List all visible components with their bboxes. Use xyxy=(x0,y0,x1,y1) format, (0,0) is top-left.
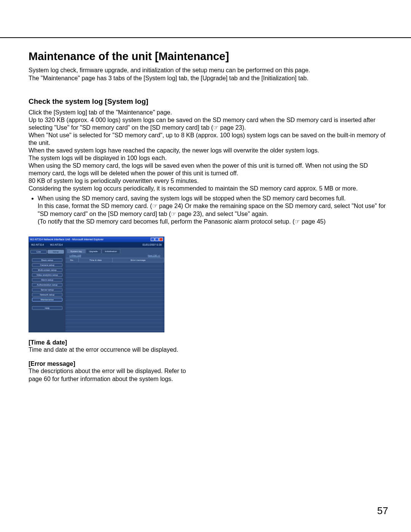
body-p1: Click the [System log] tab of the "Maint… xyxy=(29,109,388,116)
sidebar-item-multiscreen[interactable]: Multi-screen setup xyxy=(32,268,62,272)
table-row xyxy=(65,266,164,270)
top-tab-group: Live Setup xyxy=(30,250,64,254)
brand-left: WJ-NT314 WJ-NT314 xyxy=(31,243,63,246)
intro-line-1: System log check, firmware upgrade, and … xyxy=(29,67,388,74)
manual-page: Maintenance of the unit [Maintenance] Sy… xyxy=(0,0,411,532)
tab-setup[interactable]: Setup xyxy=(48,250,64,254)
body-p4: When the saved system logs have reached … xyxy=(29,147,388,154)
table-row xyxy=(65,308,164,312)
sidebar-item-camera[interactable]: Camera setup xyxy=(32,263,62,267)
sidebar-item-alarm[interactable]: Alarm setup xyxy=(32,278,62,282)
sidebar-item-server[interactable]: Server setup xyxy=(32,288,62,292)
brand-bar: WJ-NT314 WJ-NT314 01/01/2007 0:38 xyxy=(29,242,164,248)
sidebar-item-basic[interactable]: Basic setup xyxy=(32,258,62,262)
window-titlebar: WJ-NT314 Network Interface Unit - Micros… xyxy=(29,237,164,242)
sidebar-item-maintenance[interactable]: Maintenance xyxy=(32,298,62,302)
table-row xyxy=(65,297,164,300)
tab-initialization[interactable]: Initialization xyxy=(102,249,120,253)
col-err: Error message xyxy=(113,258,164,262)
window-buttons xyxy=(151,238,163,241)
pager-prev-link[interactable]: <<Prev 100 xyxy=(69,254,81,257)
minimize-icon[interactable] xyxy=(151,238,155,241)
table-row xyxy=(65,281,164,285)
brand-datetime: 01/01/2007 0:38 xyxy=(142,243,162,246)
body-text: Click the [System log] tab of the "Maint… xyxy=(29,109,388,192)
table-row xyxy=(65,278,164,281)
bullet-1-extra-a: In this case, format the SD memory card.… xyxy=(38,202,388,218)
table-header: No. Time & date Error message xyxy=(65,258,164,262)
page-title: Maintenance of the unit [Maintenance] xyxy=(29,50,388,63)
table-row xyxy=(65,300,164,304)
sidebar-item-help[interactable]: Help xyxy=(32,306,62,310)
intro-line-2: The "Maintenance" page has 3 tabs of the… xyxy=(29,75,388,82)
bullet-1: When using the SD memory card, saving th… xyxy=(38,195,388,202)
field-desc-error: The descriptions about the error will be… xyxy=(29,367,188,383)
tab-upgrade[interactable]: Upgrade xyxy=(86,249,101,253)
body-p7: 80 KB of system log is periodically over… xyxy=(29,177,388,185)
table-row xyxy=(65,304,164,308)
body-p5: The system logs will be displayed in 100… xyxy=(29,154,388,162)
brand-model: WJ-NT314 xyxy=(50,243,62,246)
table-row xyxy=(65,323,164,327)
page-number: 57 xyxy=(377,505,388,517)
table-row xyxy=(65,327,164,331)
pager: <<Prev 100 Next 100 >> xyxy=(65,253,164,258)
body-p3: When "Not use" is selected for "SD memor… xyxy=(29,132,388,147)
main-pane: System log Upgrade Initialization <<Prev… xyxy=(65,248,164,332)
embedded-screenshot: WJ-NT314 Network Interface Unit - Micros… xyxy=(29,237,164,332)
table-row xyxy=(65,270,164,274)
brand-small: WJ-NT314 xyxy=(31,243,44,246)
table-rows xyxy=(65,262,164,332)
table-row xyxy=(65,319,164,323)
content-tabs: System log Upgrade Initialization xyxy=(65,248,164,253)
window-title: WJ-NT314 Network Interface Unit - Micros… xyxy=(30,238,104,241)
bullet-1-extra-b: (To notify that the SD memory card becom… xyxy=(38,218,388,226)
col-no: No. xyxy=(65,258,79,262)
horizontal-rule xyxy=(0,37,411,38)
sidebar-item-video[interactable]: Video analytics setup xyxy=(32,273,62,277)
close-icon[interactable] xyxy=(159,238,163,241)
field-label-time: [Time & date] xyxy=(29,339,388,346)
tab-live[interactable]: Live xyxy=(30,250,47,254)
body-p8: Considering the system log occurs period… xyxy=(29,185,388,192)
sidebar: Live Setup Basic setup Camera setup Mult… xyxy=(29,248,65,332)
body-p2: Up to 320 KB (approx. 4 000 logs) system… xyxy=(29,116,388,132)
col-time: Time & date xyxy=(79,258,113,262)
shot-body: Live Setup Basic setup Camera setup Mult… xyxy=(29,248,164,332)
maximize-icon[interactable] xyxy=(155,238,159,241)
table-row xyxy=(65,274,164,278)
field-label-error: [Error message] xyxy=(29,360,388,367)
table-row xyxy=(65,285,164,289)
table-row xyxy=(65,289,164,293)
section-title-system-log: Check the system log [System log] xyxy=(29,97,388,106)
sidebar-item-auth[interactable]: Authentication setup xyxy=(32,283,62,287)
table-row xyxy=(65,262,164,266)
body-p6: When using the SD memory card, the logs … xyxy=(29,162,388,177)
pager-next-link[interactable]: Next 100 >> xyxy=(148,254,160,257)
bullet-list: When using the SD memory card, saving th… xyxy=(29,195,388,202)
sidebar-item-network[interactable]: Network setup xyxy=(32,293,62,297)
table-row xyxy=(65,312,164,316)
table-row xyxy=(65,316,164,319)
field-desc-time: Time and date at the error occurrence wi… xyxy=(29,346,188,354)
tab-system-log[interactable]: System log xyxy=(67,249,85,253)
table-row xyxy=(65,293,164,297)
